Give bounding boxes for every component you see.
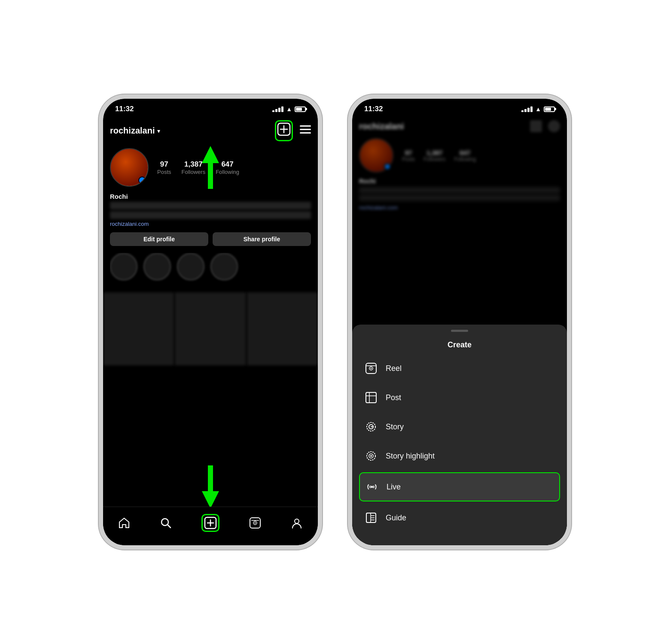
menu-item-post[interactable]: Post (352, 383, 567, 412)
tab-home[interactable] (118, 517, 130, 529)
tab-search[interactable] (160, 517, 172, 529)
username-row-1: rochizalani ▾ (110, 126, 160, 136)
live-icon (365, 480, 379, 494)
signal-icon-2 (521, 106, 533, 112)
menu-label-guide: Guide (386, 513, 406, 522)
bio-name-1: Rochi (110, 193, 311, 200)
story-icon (364, 420, 378, 434)
story-highlights-1 (110, 253, 311, 286)
tab-reels[interactable] (249, 517, 261, 529)
battery-icon-2 (544, 106, 555, 112)
svg-point-29 (371, 486, 373, 488)
svg-rect-4 (300, 129, 311, 130)
phone-2-notch (425, 99, 494, 112)
create-sheet: Create Reel (352, 325, 567, 545)
highlight-1[interactable] (110, 253, 137, 282)
phone-1-notch (176, 99, 245, 112)
tab-bar-1 (103, 507, 318, 545)
stats-row-1: 97 Posts 1,387 Followers 647 Following (157, 160, 239, 175)
svg-point-13 (255, 522, 256, 523)
following-stat: 647 Following (216, 160, 239, 175)
profile-area-1: rochizalani ▾ (103, 117, 318, 292)
guide-icon (364, 511, 378, 525)
arrow-up-head (202, 146, 219, 163)
highlight-4[interactable] (210, 253, 238, 282)
verified-badge-1 (138, 176, 146, 184)
phone-1: 11:32 ▲ rochizalani ▾ (99, 94, 322, 550)
sheet-title: Create (352, 340, 567, 349)
avatar-2 (359, 138, 393, 173)
create-button-top-highlighted[interactable] (275, 120, 293, 141)
signal-icon-1 (272, 106, 283, 112)
wifi-icon-1: ▲ (286, 106, 292, 112)
post-grid-1 (103, 292, 318, 365)
menu-label-post: Post (386, 393, 401, 402)
phone-2-screen: 11:32 ▲ rochizalani (352, 99, 567, 545)
highlight-3[interactable] (177, 253, 204, 282)
action-buttons-1: Edit profile Share profile (110, 232, 311, 246)
status-icons-2: ▲ (521, 106, 555, 112)
menu-item-reel[interactable]: Reel (352, 354, 567, 383)
blurred-profile-bg: rochizalani 97 Posts (352, 117, 567, 214)
svg-line-7 (168, 525, 171, 528)
chevron-down-icon-1: ▾ (157, 128, 160, 134)
menu-label-story-highlight: Story highlight (386, 452, 435, 461)
wifi-icon-2: ▲ (535, 106, 541, 112)
story-highlight-icon (364, 449, 378, 463)
menu-item-live[interactable]: Live (359, 472, 560, 501)
tab-create[interactable] (204, 516, 217, 529)
username-2-blurred: rochizalani (359, 122, 404, 131)
status-icons-1: ▲ (272, 106, 306, 112)
arrow-up-annotation (202, 146, 219, 189)
menu-item-guide[interactable]: Guide (352, 503, 567, 532)
post-icon (364, 391, 378, 404)
svg-rect-31 (366, 513, 371, 522)
svg-point-28 (370, 455, 372, 457)
svg-point-18 (371, 368, 372, 369)
bio-text-blurred-2 (110, 211, 311, 219)
battery-icon-1 (295, 106, 306, 112)
menu-label-reel: Reel (386, 364, 402, 373)
highlight-2[interactable] (143, 253, 171, 282)
time-1: 11:32 (115, 105, 134, 113)
menu-label-live: Live (387, 483, 401, 492)
bio-text-blurred (110, 202, 311, 210)
create-icon-top[interactable] (277, 122, 291, 139)
svg-point-15 (295, 519, 299, 523)
arrow-down-head (202, 491, 219, 508)
share-profile-button[interactable]: Share profile (213, 232, 311, 246)
phone-1-screen: 11:32 ▲ rochizalani ▾ (103, 99, 318, 545)
avatar-1 (110, 148, 149, 187)
menu-icon-top[interactable] (300, 125, 311, 137)
phone-2: 11:32 ▲ rochizalani (348, 94, 571, 550)
reel-icon (364, 361, 378, 375)
arrow-down-annotation (202, 465, 219, 508)
bio-area-1: Rochi rochizalani.com (110, 193, 311, 227)
posts-stat: 97 Posts (157, 160, 171, 175)
time-2: 11:32 (364, 105, 383, 113)
tab-create-highlighted[interactable] (201, 514, 219, 532)
arrow-down-stem (208, 465, 213, 491)
bio-link-1[interactable]: rochizalani.com (110, 221, 311, 227)
arrow-up-stem (208, 163, 213, 189)
svg-rect-20 (366, 392, 376, 403)
menu-label-story: Story (386, 422, 404, 431)
menu-item-story-highlight[interactable]: Story highlight (352, 441, 567, 471)
sheet-handle (451, 330, 468, 332)
svg-rect-3 (300, 125, 311, 127)
profile-topbar-1: rochizalani ▾ (110, 120, 311, 141)
edit-profile-button[interactable]: Edit profile (110, 232, 208, 246)
username-1: rochizalani (110, 126, 155, 136)
tab-profile[interactable] (291, 517, 303, 529)
menu-item-story[interactable]: Story (352, 412, 567, 441)
svg-rect-5 (300, 132, 311, 134)
topbar-icons-1 (275, 120, 311, 141)
